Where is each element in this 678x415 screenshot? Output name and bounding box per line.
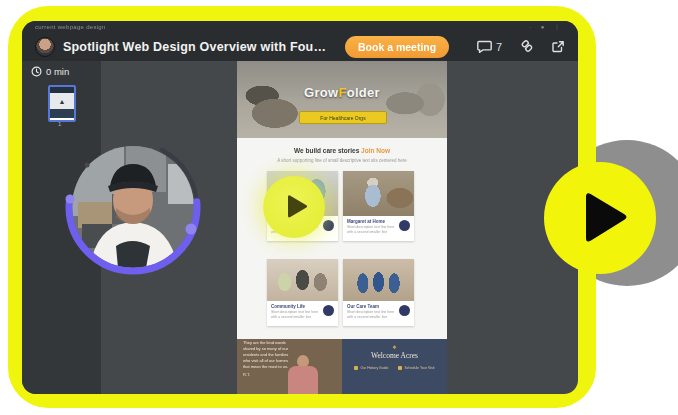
card-info: Our Care Team Short description text lin… <box>343 301 414 326</box>
duration-label: 0 min <box>46 66 69 77</box>
brand-name: Welcome Acres <box>342 351 447 360</box>
thumb-footer-band <box>50 109 74 118</box>
main-play-button[interactable] <box>544 162 656 274</box>
slide-thumbnail[interactable]: ▲ <box>48 85 76 122</box>
external-link-icon <box>551 40 565 53</box>
site-hero-button[interactable]: For Healthcare Orgs <box>299 111 387 124</box>
heading-accent: Join Now <box>361 147 390 154</box>
comment-count: 7 <box>496 41 502 53</box>
card-info: Community Life Short description text li… <box>267 301 338 326</box>
site-card[interactable]: Margaret at Home Short description text … <box>343 171 414 241</box>
gold-icon <box>398 366 402 370</box>
card-photo <box>343 171 414 216</box>
site-subheading: A short supporting line of small descrip… <box>267 158 417 163</box>
site-heading: We build care stories Join Now <box>237 147 447 154</box>
card-line: with a second smaller line <box>347 315 397 319</box>
link-icon <box>519 40 534 53</box>
card-play-badge[interactable] <box>323 220 334 231</box>
copy-link-button[interactable] <box>519 40 534 53</box>
footer-quote-panel: They are the kind words shared by so man… <box>237 339 342 394</box>
play-icon <box>580 189 630 247</box>
slide-play-button[interactable] <box>263 176 325 238</box>
webcam-bubble[interactable] <box>63 137 203 277</box>
card-line: with a second smaller line <box>271 315 321 319</box>
header-actions: 7 <box>477 40 565 53</box>
player-header: current webpage design · ● ⋮ Spotlight W… <box>22 21 578 61</box>
card-line: with a second smaller line <box>347 230 397 234</box>
card-photo <box>267 259 338 301</box>
site-card[interactable]: Our Care Team Short description text lin… <box>343 259 414 326</box>
heading-main: We build care stories <box>294 147 361 154</box>
quote-line: shared by so many of our <box>243 346 342 351</box>
card-play-badge[interactable] <box>399 220 410 231</box>
comment-bubble-icon <box>477 40 492 53</box>
logo-prefix: Grow <box>304 85 338 100</box>
card-line: Short description text line here <box>271 310 321 314</box>
card-play-badge[interactable] <box>399 305 410 316</box>
quote-line: who visit all of our homes <box>243 358 342 363</box>
book-meeting-button[interactable]: Book a meeting <box>345 36 449 58</box>
site-card[interactable]: Community Life Short description text li… <box>267 259 338 326</box>
card-photo <box>343 259 414 301</box>
presenter-avatar <box>35 37 55 57</box>
brand-link[interactable]: Schedule Your Visit <box>398 366 434 370</box>
logo-accent: F <box>338 85 346 100</box>
slide-number: 1 <box>58 121 61 127</box>
card-info: Margaret at Home Short description text … <box>343 216 414 241</box>
card-play-badge[interactable] <box>323 305 334 316</box>
brand-links: Our History Guide Schedule Your Visit <box>342 366 447 370</box>
brand-link-label: Our History Guide <box>360 366 388 370</box>
card-line: Short description text line here <box>347 225 397 229</box>
card-line: Short description text line here <box>347 310 397 314</box>
webcam-progress-ring <box>63 137 203 277</box>
quote-line: residents and the families <box>243 352 342 357</box>
open-external-button[interactable] <box>551 40 565 53</box>
site-footer: They are the kind words shared by so man… <box>237 339 447 394</box>
thumb-image: ▲ <box>50 93 74 109</box>
browser-tab-label: current webpage design <box>35 24 106 30</box>
brand-link[interactable]: Our History Guide <box>354 366 388 370</box>
video-player-window: current webpage design · ● ⋮ Spotlight W… <box>22 21 578 394</box>
site-logo: GrowFolder <box>237 85 447 100</box>
video-title: Spotlight Web Design Overview with Found… <box>63 40 331 54</box>
footer-man-photo <box>288 366 318 394</box>
website-screenshot: GrowFolder For Healthcare Orgs We build … <box>237 61 447 394</box>
brand-link-label: Schedule Your Visit <box>404 366 434 370</box>
clock-icon <box>31 66 42 77</box>
gold-icon <box>354 366 358 370</box>
duration-badge: 0 min <box>31 66 69 77</box>
header-row: Spotlight Web Design Overview with Found… <box>22 32 578 61</box>
footer-brand-panel: ❖ Welcome Acres Our History Guide Schedu… <box>342 339 447 394</box>
play-icon <box>285 193 309 221</box>
quote-line: They are the kind words <box>243 340 342 345</box>
logo-suffix: older <box>347 85 380 100</box>
window-mini-icons[interactable]: · ● ⋮ <box>529 23 564 30</box>
comments-button[interactable]: 7 <box>477 40 502 53</box>
brand-emblem-icon: ❖ <box>342 344 447 350</box>
